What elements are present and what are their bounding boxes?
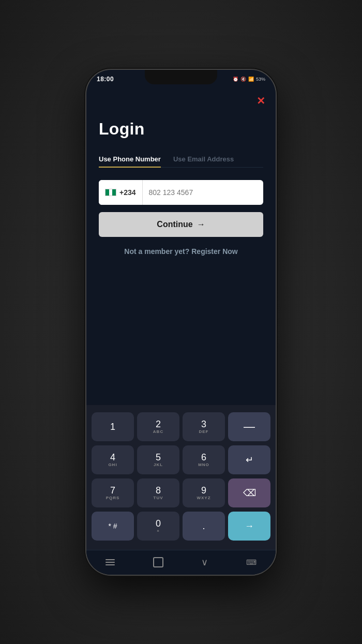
key-backspace[interactable]: ⌫ bbox=[228, 478, 270, 507]
register-link[interactable]: Register Now bbox=[191, 247, 237, 256]
key-1[interactable]: 1 bbox=[92, 412, 134, 441]
key-2[interactable]: 2 ABC bbox=[137, 412, 179, 441]
volume-icon: 🔇 bbox=[240, 77, 246, 82]
key-dot[interactable]: . bbox=[183, 512, 225, 541]
keyboard-row-1: 1 2 ABC 3 DEF — bbox=[92, 412, 270, 441]
phone-input-row: +234 bbox=[99, 180, 263, 205]
key-symbols[interactable]: * # bbox=[92, 512, 134, 541]
nav-recent-button[interactable]: ∨ bbox=[193, 552, 216, 572]
country-code-text: +234 bbox=[119, 188, 136, 197]
phone-notch bbox=[145, 70, 217, 84]
key-9[interactable]: 9 WXYZ bbox=[183, 478, 225, 507]
key-5[interactable]: 5 JKL bbox=[137, 445, 179, 474]
keyboard-section: 1 2 ABC 3 DEF — 4 GHI bbox=[86, 405, 276, 550]
key-4[interactable]: 4 GHI bbox=[92, 445, 134, 474]
app-content: ✕ Login Use Phone Number Use Email Addre… bbox=[86, 88, 276, 575]
keyboard-row-4: * # 0 + . → bbox=[92, 512, 270, 541]
nav-chevron-icon: ∨ bbox=[201, 557, 208, 568]
country-code-selector[interactable]: +234 bbox=[99, 180, 143, 205]
keyboard-row-3: 7 PQRS 8 TUV 9 WXYZ ⌫ bbox=[92, 478, 270, 507]
login-title: Login bbox=[99, 119, 263, 139]
spacer bbox=[86, 270, 276, 405]
login-section: Login Use Phone Number Use Email Address… bbox=[86, 88, 276, 270]
nav-keyboard-button[interactable]: ⌨ bbox=[238, 554, 265, 571]
nav-home-icon bbox=[153, 557, 163, 567]
close-button[interactable]: ✕ bbox=[257, 96, 265, 106]
nav-back-icon bbox=[105, 559, 115, 565]
continue-button[interactable]: Continue → bbox=[99, 212, 263, 237]
nav-keyboard-icon: ⌨ bbox=[246, 558, 257, 566]
key-0[interactable]: 0 + bbox=[137, 512, 179, 541]
battery-icon: 53% bbox=[256, 77, 265, 82]
register-prompt: Not a member yet? Register Now bbox=[99, 247, 263, 256]
nav-home-button[interactable] bbox=[145, 553, 172, 572]
status-time: 18:00 bbox=[97, 76, 114, 83]
nigeria-flag-icon bbox=[105, 189, 116, 196]
key-6[interactable]: 6 MNO bbox=[183, 445, 225, 474]
key-dash[interactable]: — bbox=[228, 412, 270, 441]
key-3[interactable]: 3 DEF bbox=[183, 412, 225, 441]
phone-device: 18:00 ⏰ 🔇 📶 53% ✕ Login Use Phone Number… bbox=[85, 69, 277, 576]
nav-back-button[interactable] bbox=[97, 555, 123, 570]
phone-number-input[interactable] bbox=[143, 180, 263, 205]
tab-phone[interactable]: Use Phone Number bbox=[99, 151, 161, 167]
key-8[interactable]: 8 TUV bbox=[137, 478, 179, 507]
key-enter-line[interactable]: ↵ bbox=[228, 445, 270, 474]
wifi-icon: 📶 bbox=[248, 77, 254, 82]
tab-row: Use Phone Number Use Email Address bbox=[99, 151, 263, 168]
keyboard-row-2: 4 GHI 5 JKL 6 MNO ↵ bbox=[92, 445, 270, 474]
status-icons: ⏰ 🔇 📶 53% bbox=[233, 77, 265, 82]
nav-bar: ∨ ⌨ bbox=[86, 550, 276, 575]
tab-email[interactable]: Use Email Address bbox=[173, 151, 234, 167]
key-go[interactable]: → bbox=[228, 512, 270, 541]
alarm-icon: ⏰ bbox=[233, 77, 238, 82]
key-7[interactable]: 7 PQRS bbox=[92, 478, 134, 507]
